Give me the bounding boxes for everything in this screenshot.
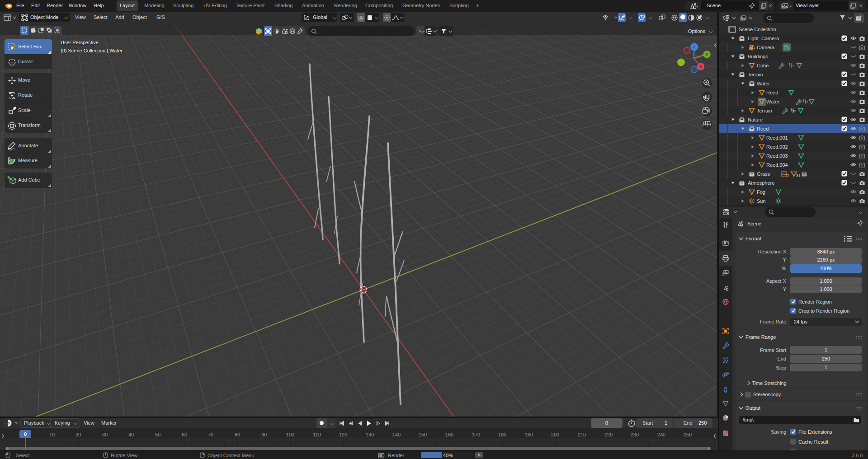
svg-text:Z: Z <box>693 45 696 49</box>
svg-text:Y: Y <box>706 52 708 57</box>
svg-text:X: X <box>699 65 702 69</box>
